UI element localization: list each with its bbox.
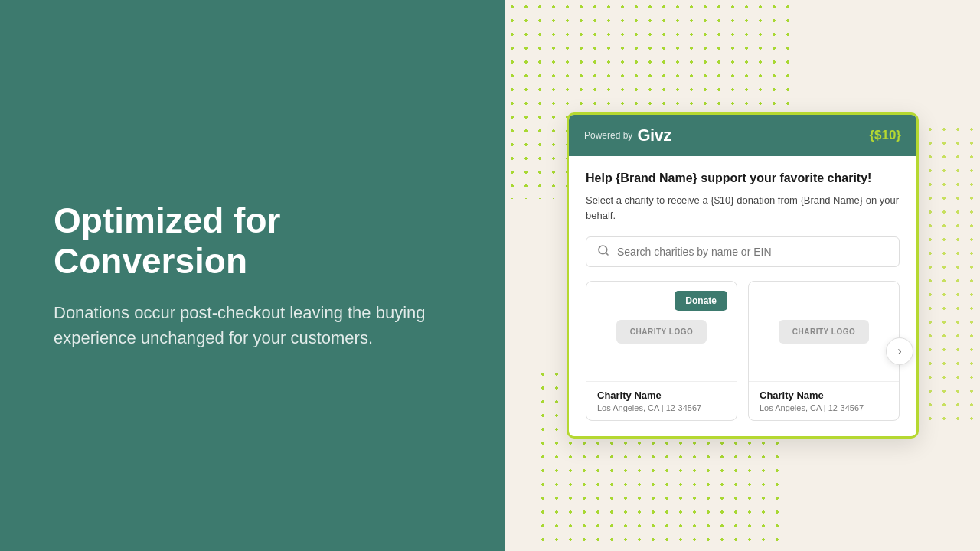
donate-button[interactable]: Donate xyxy=(675,291,727,311)
chevron-right-icon: › xyxy=(897,344,901,358)
charity-1-logo: CHARITY LOGO xyxy=(616,320,707,344)
widget-body: Help {Brand Name} support your favorite … xyxy=(569,156,916,436)
charity-card-2: CHARITY LOGO Charity Name Los Angeles, C… xyxy=(748,281,900,421)
search-icon xyxy=(597,244,609,259)
charity-card-2-inner: CHARITY LOGO xyxy=(749,282,899,381)
charity-2-name: Charity Name xyxy=(760,390,888,401)
charity-1-location: Los Angeles, CA | 12-34567 xyxy=(597,403,726,412)
left-panel: Optimized for Conversion Donations occur… xyxy=(0,0,505,551)
search-container xyxy=(586,236,900,267)
svg-line-1 xyxy=(606,253,608,255)
charity-card-1: Donate CHARITY LOGO Charity Name Los Ang… xyxy=(586,281,737,421)
right-panel: Powered by Givz {$10} Help {Brand Name} … xyxy=(505,0,980,551)
charity-2-location: Los Angeles, CA | 12-34567 xyxy=(760,403,888,412)
amount-badge: {$10} xyxy=(869,128,901,143)
givz-logo: Givz xyxy=(637,126,671,145)
charity-2-logo: CHARITY LOGO xyxy=(779,320,869,344)
search-input[interactable] xyxy=(617,246,888,258)
widget-description: Select a charity to receive a {$10} dona… xyxy=(586,193,900,223)
charity-1-info: Charity Name Los Angeles, CA | 12-34567 xyxy=(586,381,737,420)
main-title: Optimized for Conversion xyxy=(54,201,452,282)
charity-card-1-inner: Donate CHARITY LOGO xyxy=(586,282,737,381)
next-arrow-button[interactable]: › xyxy=(886,337,913,365)
charity-2-info: Charity Name Los Angeles, CA | 12-34567 xyxy=(749,381,899,420)
charity-cards-row: Donate CHARITY LOGO Charity Name Los Ang… xyxy=(586,281,900,421)
charity-1-name: Charity Name xyxy=(597,390,726,401)
widget-headline: Help {Brand Name} support your favorite … xyxy=(586,171,900,185)
powered-by-label: Powered by xyxy=(584,130,632,141)
main-subtitle: Donations occur post-checkout leaving th… xyxy=(54,300,452,350)
widget-header: Powered by Givz {$10} xyxy=(569,115,916,156)
widget-card: Powered by Givz {$10} Help {Brand Name} … xyxy=(567,112,919,439)
